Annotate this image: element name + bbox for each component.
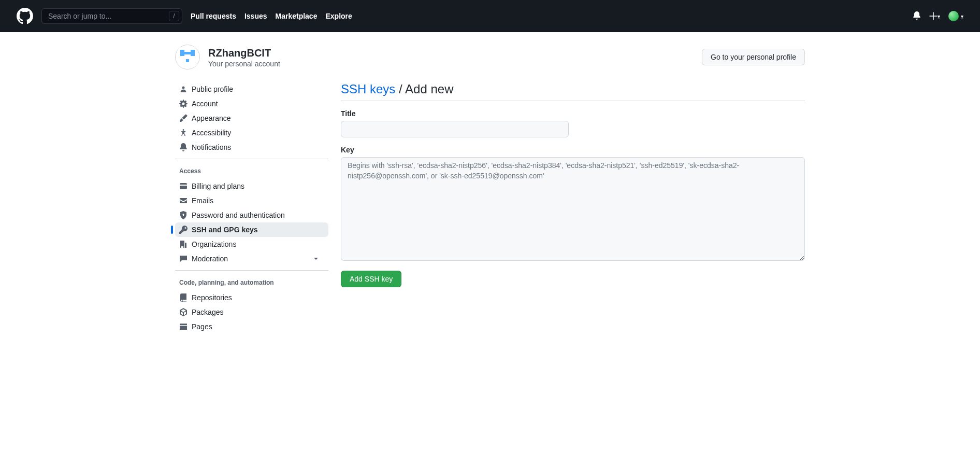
nav-pull-requests[interactable]: Pull requests [191, 12, 236, 20]
sidebar-item-label: Packages [192, 308, 223, 316]
key-label: Key [341, 146, 805, 154]
username: RZhangBCIT [208, 47, 280, 60]
key-textarea[interactable] [341, 157, 805, 261]
sidebar-item-label: Password and authentication [192, 211, 285, 219]
browser-icon [179, 323, 188, 331]
primary-nav: Pull requests Issues Marketplace Explore [191, 12, 352, 20]
gear-icon [179, 100, 188, 108]
sidebar-item-label: Accessibility [192, 129, 231, 137]
avatar-icon [948, 11, 959, 21]
sidebar-item-label: Pages [192, 323, 212, 331]
shield-lock-icon [179, 211, 188, 219]
person-icon [179, 85, 188, 93]
form-group-key: Key [341, 146, 805, 262]
github-logo[interactable] [17, 8, 33, 24]
header-right: ▾ ▾ [913, 11, 963, 21]
settings-body: Public profile Account Appearance Access… [175, 82, 805, 334]
sidebar-item-label: Organizations [192, 240, 236, 248]
go-to-profile-button[interactable]: Go to your personal profile [702, 49, 805, 65]
add-ssh-key-button[interactable]: Add SSH key [341, 271, 401, 287]
profile-heading: RZhangBCIT Your personal account [208, 47, 280, 68]
settings-main: SSH keys / Add new Title Key Add SSH key [341, 82, 805, 334]
form-group-title: Title [341, 109, 805, 137]
sidebar-divider [175, 270, 328, 271]
sidebar-item-label: Appearance [192, 114, 231, 122]
mail-icon [179, 197, 188, 205]
nav-issues[interactable]: Issues [244, 12, 267, 20]
settings-sidebar: Public profile Account Appearance Access… [175, 82, 328, 334]
comment-icon [179, 255, 188, 263]
breadcrumb-ssh-keys-link[interactable]: SSH keys [341, 82, 395, 96]
svg-rect-1 [180, 50, 184, 56]
sidebar-item-pages[interactable]: Pages [175, 319, 328, 334]
nav-marketplace[interactable]: Marketplace [276, 12, 318, 20]
sidebar-item-moderation[interactable]: Moderation [175, 251, 328, 266]
global-header: / Pull requests Issues Marketplace Explo… [0, 0, 980, 32]
plus-icon [929, 12, 938, 20]
sidebar-item-repositories[interactable]: Repositories [175, 290, 328, 305]
sidebar-item-label: Account [192, 100, 218, 108]
sidebar-item-password[interactable]: Password and authentication [175, 208, 328, 222]
settings-header: RZhangBCIT Your personal account Go to y… [175, 45, 805, 69]
repo-icon [179, 293, 188, 302]
caret-down-icon: ▾ [938, 13, 940, 19]
caret-down-icon: ▾ [961, 13, 963, 19]
profile-avatar [175, 45, 200, 69]
title-input[interactable] [341, 121, 569, 137]
breadcrumb-current: Add new [405, 82, 453, 96]
chevron-down-icon [312, 255, 320, 263]
organization-icon [179, 240, 188, 248]
sidebar-item-label: Moderation [192, 255, 228, 263]
paintbrush-icon [179, 114, 188, 122]
sidebar-item-label: Billing and plans [192, 182, 244, 190]
sidebar-item-label: Public profile [192, 85, 233, 93]
sidebar-item-account[interactable]: Account [175, 96, 328, 111]
sidebar-item-appearance[interactable]: Appearance [175, 111, 328, 125]
notifications-button[interactable] [913, 11, 921, 21]
key-icon [179, 226, 188, 234]
settings-container: RZhangBCIT Your personal account Go to y… [158, 32, 822, 346]
svg-rect-4 [186, 59, 189, 62]
bell-icon [179, 143, 188, 151]
sidebar-item-label: SSH and GPG keys [192, 226, 258, 234]
sidebar-item-accessibility[interactable]: Accessibility [175, 125, 328, 140]
sidebar-item-label: Notifications [192, 143, 231, 151]
sidebar-group-code: Code, planning, and automation [175, 275, 328, 290]
accessibility-icon [179, 129, 188, 137]
sidebar-item-emails[interactable]: Emails [175, 193, 328, 208]
sidebar-group-access: Access [175, 163, 328, 179]
sidebar-item-billing[interactable]: Billing and plans [175, 179, 328, 193]
sidebar-item-ssh-keys[interactable]: SSH and GPG keys [175, 222, 328, 237]
account-subtitle: Your personal account [208, 60, 280, 68]
credit-card-icon [179, 182, 188, 190]
sidebar-divider [175, 159, 328, 159]
global-search: / [41, 8, 182, 24]
sidebar-item-notifications[interactable]: Notifications [175, 140, 328, 155]
search-input[interactable] [41, 8, 182, 24]
svg-rect-2 [191, 50, 195, 56]
identicon-icon [177, 47, 198, 67]
mark-github-icon [17, 8, 33, 24]
sidebar-item-public-profile[interactable]: Public profile [175, 82, 328, 96]
sidebar-item-organizations[interactable]: Organizations [175, 237, 328, 251]
search-slash-key: / [169, 11, 179, 21]
breadcrumb-separator: / [395, 82, 405, 96]
sidebar-item-label: Emails [192, 197, 213, 205]
bell-icon [913, 11, 921, 20]
nav-explore[interactable]: Explore [325, 12, 352, 20]
package-icon [179, 308, 188, 316]
sidebar-item-label: Repositories [192, 293, 232, 302]
user-menu[interactable]: ▾ [948, 11, 963, 21]
svg-rect-3 [184, 52, 191, 54]
sidebar-item-packages[interactable]: Packages [175, 305, 328, 319]
title-label: Title [341, 109, 805, 118]
create-new-menu[interactable]: ▾ [929, 12, 940, 20]
page-title: SSH keys / Add new [341, 82, 805, 101]
